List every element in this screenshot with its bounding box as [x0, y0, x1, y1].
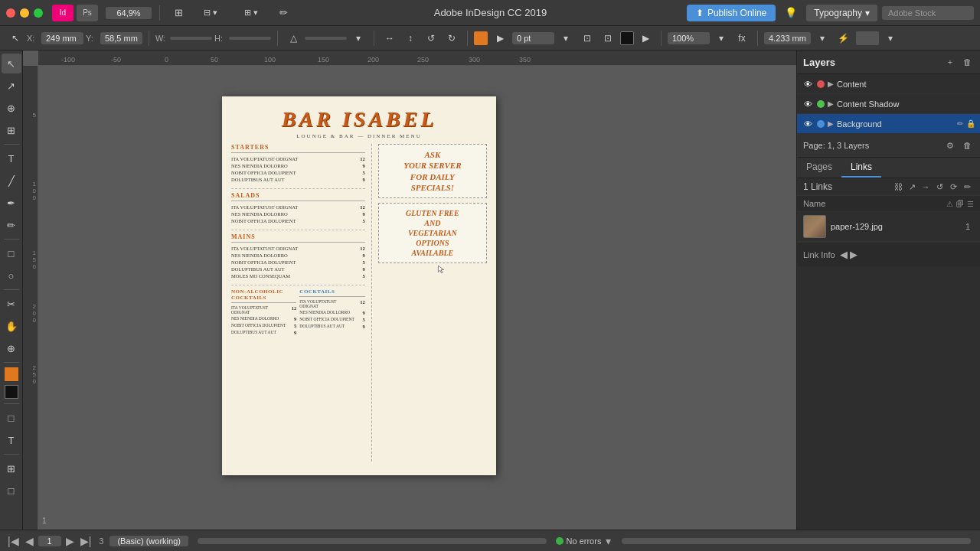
page-tool[interactable]: ⊕ — [2, 98, 21, 118]
indesign-icon[interactable]: Id — [52, 5, 74, 21]
visibility-icon[interactable]: 👁 — [802, 118, 814, 130]
page-settings-icon[interactable]: ⚙ — [943, 139, 957, 152]
swatch-arrow[interactable]: ▾ — [881, 30, 900, 47]
visibility-icon[interactable]: 👁 — [802, 78, 814, 90]
grid-dropdown[interactable]: ⊞ ▾ — [232, 5, 270, 21]
rotate-cw[interactable]: ↻ — [443, 30, 461, 47]
page-info-text: Page: 1, 3 Layers — [803, 141, 940, 150]
x-field[interactable]: 249 mm — [41, 32, 83, 44]
angle-field[interactable] — [305, 37, 347, 40]
direct-select-tool[interactable]: ↗ — [2, 76, 21, 96]
text-tool[interactable]: T — [2, 148, 21, 168]
gap-tool[interactable]: ⊞ — [2, 120, 21, 140]
expand-icon[interactable]: ▶ — [828, 99, 834, 108]
selection-tool[interactable]: ↖ — [2, 54, 21, 73]
stroke-dropdown[interactable]: ▾ — [557, 30, 575, 47]
flip-v[interactable]: ↕ — [401, 30, 420, 47]
first-page-btn[interactable]: |◀ — [6, 535, 21, 547]
rect-tool[interactable]: □ — [2, 243, 21, 263]
relink-icon[interactable]: ↗ — [905, 182, 919, 192]
cocktails-title: COCKTAILS — [299, 289, 364, 297]
zoom-tool[interactable]: ⊕ — [2, 338, 21, 358]
flip-h[interactable]: ↔ — [381, 30, 399, 47]
canvas-content[interactable]: BAR ISABEL LOUNGE & BAR — DINNER MENU ST… — [38, 66, 796, 530]
stroke-field[interactable]: 0 pt — [512, 32, 554, 44]
layout-btn[interactable]: ⊞ — [168, 5, 189, 21]
right-scrollbar[interactable] — [622, 538, 971, 544]
close-button[interactable] — [6, 8, 15, 18]
go-to-link-icon[interactable]: → — [919, 182, 933, 191]
page-delete-icon[interactable]: 🗑 — [960, 139, 974, 152]
search-adobe-stock[interactable]: Adobe Stock — [882, 6, 974, 20]
stroke-arrow[interactable]: ▶ — [636, 30, 655, 47]
errors-dropdown[interactable]: ▾ — [604, 535, 612, 547]
stroke-swatch[interactable] — [5, 385, 18, 399]
select-tool[interactable]: ↖ — [6, 30, 24, 47]
h-field[interactable] — [229, 37, 271, 40]
photoshop-icon[interactable]: Ps — [77, 5, 98, 21]
expand-icon[interactable]: ▶ — [828, 80, 834, 88]
fullscreen-button[interactable] — [34, 8, 43, 18]
more-btn[interactable]: ⚡ — [835, 30, 853, 47]
panel-menu-icon[interactable]: ☰ — [967, 200, 974, 208]
ellipse-tool[interactable]: ○ — [2, 266, 21, 285]
typography-dropdown[interactable]: Typography ▾ — [806, 5, 877, 21]
preview-mode[interactable]: T — [2, 430, 21, 450]
layer-item-content-shadow[interactable]: 👁 ▶ Content Shadow — [797, 94, 980, 114]
update-all-icon[interactable]: ⟳ — [946, 182, 960, 192]
search-icon-btn[interactable]: 💡 — [780, 5, 802, 21]
align-left[interactable]: ⊡ — [578, 30, 596, 47]
angle-dropdown[interactable]: ▾ — [349, 30, 368, 47]
expand-icon[interactable]: ▶ — [828, 119, 834, 128]
visibility-icon[interactable]: 👁 — [802, 98, 814, 110]
opacity-dropdown[interactable]: ▾ — [712, 30, 730, 47]
last-page-btn[interactable]: ▶| — [79, 535, 93, 547]
layer-item-background[interactable]: 👁 ▶ Background ✏ 🔒 — [797, 114, 980, 134]
prev-link-icon[interactable]: ◀ — [840, 249, 848, 260]
align-center[interactable]: ⊡ — [599, 30, 617, 47]
w-field[interactable] — [170, 37, 212, 40]
ruler-mark: 50 — [211, 56, 218, 64]
y-field[interactable]: 58,5 mm — [100, 32, 142, 44]
current-page-field[interactable]: 1 — [38, 536, 61, 546]
scissors-tool[interactable]: ✂ — [2, 294, 21, 314]
update-link-icon[interactable]: ↺ — [933, 182, 946, 192]
layer-add-icon[interactable]: + — [943, 55, 957, 69]
next-link-icon[interactable]: ▶ — [850, 249, 858, 260]
horizontal-scrollbar[interactable] — [198, 538, 547, 544]
link-item[interactable]: paper-129.jpg 1 — [797, 212, 980, 242]
zoom-display[interactable]: 64,9% — [106, 7, 152, 19]
frame-grid[interactable]: ⊞ — [2, 458, 21, 478]
swatch-gradient[interactable] — [856, 31, 879, 45]
pen-tool[interactable]: ✒ — [2, 193, 21, 213]
text-frame[interactable]: □ — [2, 481, 21, 500]
canvas-area[interactable]: -100 -50 0 50 100 150 200 250 300 350 5 … — [23, 51, 796, 530]
layer-delete-icon[interactable]: 🗑 — [960, 55, 974, 69]
prev-page-btn[interactable]: ◀ — [24, 535, 35, 547]
brush-btn[interactable]: ✏ — [273, 5, 294, 21]
fill-arrow[interactable]: ▶ — [491, 30, 509, 47]
tab-pages[interactable]: Pages — [797, 158, 841, 178]
opacity-field[interactable]: 100% — [668, 32, 710, 44]
list-item: NES NIENDIA DOLORRO9 — [231, 253, 365, 258]
effects-btn[interactable]: fx — [733, 30, 751, 47]
tab-links[interactable]: Links — [841, 158, 881, 178]
minimize-button[interactable] — [20, 8, 29, 18]
chain-link-icon[interactable]: ⛓ — [891, 182, 905, 191]
edit-original-icon[interactable]: ✏ — [960, 182, 974, 192]
publish-online-button[interactable]: ⬆ Publish Online — [687, 5, 776, 21]
normal-mode[interactable]: □ — [2, 408, 21, 428]
rotate-ccw[interactable]: ↺ — [422, 30, 440, 47]
stroke-color[interactable] — [620, 31, 634, 45]
size-field[interactable]: 4.233 mm — [764, 32, 811, 44]
next-page-btn[interactable]: ▶ — [64, 535, 76, 547]
pencil-tool[interactable]: ✏ — [2, 215, 21, 235]
hand-tool[interactable]: ✋ — [2, 316, 21, 336]
size-dropdown[interactable]: ▾ — [813, 30, 831, 47]
layer-item-content[interactable]: 👁 ▶ Content — [797, 74, 980, 94]
layout-dropdown[interactable]: ⊟ ▾ — [191, 5, 230, 21]
fill-swatch[interactable] — [5, 367, 18, 381]
fill-color[interactable] — [474, 31, 488, 45]
line-tool[interactable]: ╱ — [2, 171, 21, 191]
style-dropdown[interactable]: (Basic) (working) — [109, 536, 188, 546]
